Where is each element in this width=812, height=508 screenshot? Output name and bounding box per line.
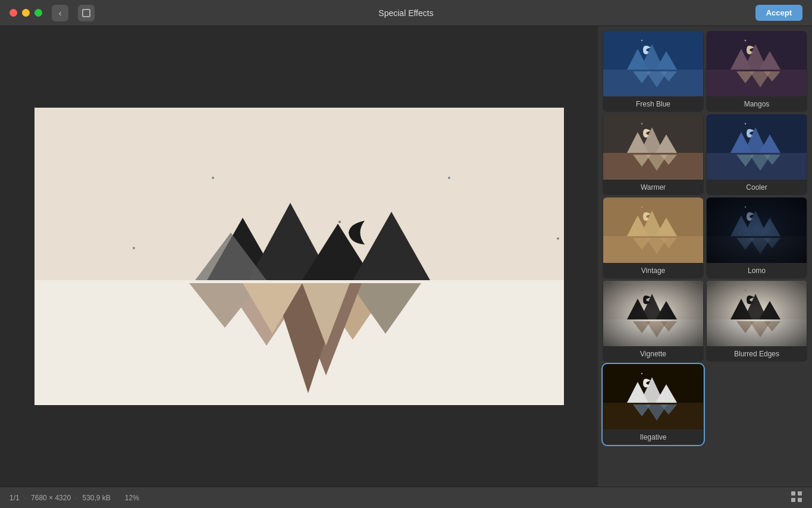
titlebar: ‹ Special Effects Accept [0,0,812,26]
effect-label-vignette: Vignette [603,346,704,362]
effect-card-cooler[interactable]: Cooler [706,114,807,195]
svg-point-7 [557,237,559,240]
effect-thumb-negative [603,364,704,429]
effects-sidebar: Fresh Blue Mangos [598,26,812,487]
accept-button[interactable]: Accept [755,5,802,21]
effect-card-lomo[interactable]: Lomo [706,197,807,278]
maximize-button[interactable] [35,9,42,17]
effect-card-fresh-blue[interactable]: Fresh Blue [603,31,704,112]
svg-rect-0 [83,10,90,17]
svg-rect-67 [603,197,703,263]
effect-thumb-vintage [603,197,704,263]
svg-point-5 [338,221,341,223]
back-button[interactable]: ‹ [52,5,68,21]
svg-point-3 [212,177,214,179]
grid-icon [791,491,802,503]
svg-point-100 [641,373,642,374]
effect-label-warmer: Warmer [603,180,704,195]
svg-point-33 [745,40,746,41]
effect-thumb-warmer [603,114,704,180]
effect-thumb-vignette [603,281,704,346]
svg-rect-107 [791,491,795,496]
effect-label-mangos: Mangos [706,96,807,112]
svg-point-4 [448,177,450,179]
filesize: 530,9 kB [82,494,110,502]
effect-thumb-cooler [706,114,807,180]
effect-thumb-lomo [706,197,807,263]
effect-label-fresh-blue: Fresh Blue [603,96,704,112]
effect-card-blurred-edges[interactable]: Blurred Edges [706,281,807,362]
statusbar-right [791,491,802,505]
dimensions: 7680 × 4320 [31,494,71,502]
main-content: Fresh Blue Mangos [0,26,812,487]
page-title: Special Effects [378,8,433,18]
svg-rect-110 [798,498,802,502]
svg-rect-108 [798,491,802,496]
zoom-level: 12% [125,494,139,502]
canvas-area [0,26,598,487]
effect-thumb-mangos [706,31,807,96]
image-container [35,108,564,405]
close-button[interactable] [10,9,17,17]
svg-point-51 [745,123,746,124]
effect-label-blurred-edges: Blurred Edges [706,346,807,362]
crop-button[interactable] [78,5,95,21]
effect-card-negative[interactable]: Ilegative [603,364,704,445]
svg-rect-77 [707,197,807,263]
effect-card-mangos[interactable]: Mangos [706,31,807,112]
svg-rect-87 [603,281,703,346]
main-image [35,108,564,405]
effect-label-vintage: Vintage [603,263,704,278]
effect-thumb-blurred-edges [706,281,807,346]
titlebar-left: ‹ [10,5,95,21]
effect-card-vintage[interactable]: Vintage [603,197,704,278]
svg-point-6 [133,247,135,249]
svg-point-24 [641,40,642,41]
minimize-button[interactable] [22,9,30,17]
page-count: 1/1 [10,494,20,502]
svg-rect-97 [707,281,807,346]
effect-thumb-fresh-blue [603,31,704,96]
effect-label-cooler: Cooler [706,180,807,195]
effect-label-negative: Ilegative [603,429,704,445]
svg-point-42 [641,123,642,124]
statusbar: 1/1 · 7680 × 4320 · 530,9 kB 12% [0,487,812,508]
svg-rect-109 [791,498,795,502]
effect-label-lomo: Lomo [706,263,807,278]
effect-card-vignette[interactable]: Vignette [603,281,704,362]
effect-card-warmer[interactable]: Warmer [603,114,704,195]
